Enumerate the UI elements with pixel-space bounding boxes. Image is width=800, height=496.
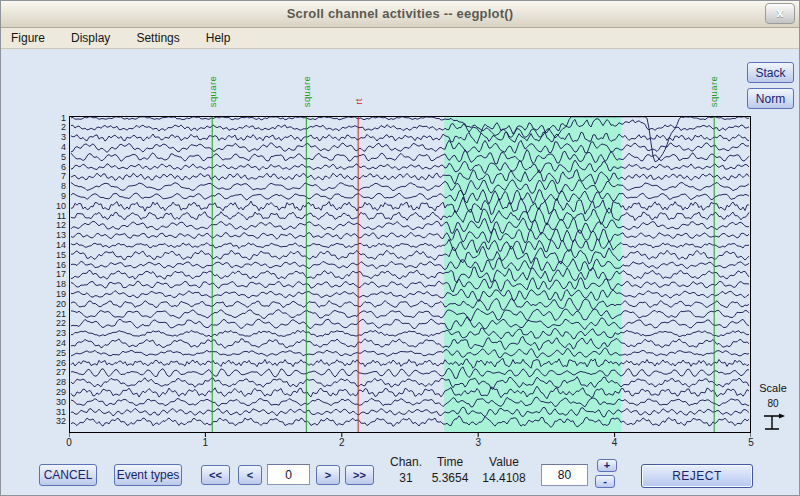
scale-plus-button[interactable]: + [597, 459, 617, 472]
plot-border [70, 117, 751, 433]
eeg-trace-ch31[interactable] [71, 407, 749, 417]
channel-label-21: 21 [35, 310, 66, 319]
position-input[interactable] [267, 464, 310, 485]
x-tick-label-5: 5 [741, 437, 761, 448]
eeg-trace-ch12[interactable] [71, 218, 749, 235]
event-label-text: rt [353, 98, 364, 105]
norm-button[interactable]: Norm [747, 88, 794, 109]
channel-label-10: 10 [35, 202, 66, 211]
menu-settings[interactable]: Settings [136, 31, 179, 45]
channel-label-3: 3 [35, 133, 66, 142]
channel-label-2: 2 [35, 123, 66, 132]
channel-axis: 1234567891011121314151617181920212223242… [35, 116, 66, 433]
scale-minus-button[interactable]: - [595, 475, 615, 488]
channel-label-23: 23 [35, 329, 66, 338]
scale-value: 80 [749, 398, 797, 409]
x-tick-label-2: 2 [332, 437, 352, 448]
eeg-plot-canvas[interactable] [69, 116, 751, 440]
eeg-trace-ch32[interactable] [71, 416, 749, 428]
event-types-button[interactable]: Event types [114, 464, 182, 486]
channel-label-6: 6 [35, 163, 66, 172]
channel-label-27: 27 [35, 368, 66, 377]
stack-button[interactable]: Stack [747, 62, 794, 83]
menu-help[interactable]: Help [206, 31, 231, 45]
eeg-trace-ch18[interactable] [71, 278, 749, 293]
channel-label-20: 20 [35, 300, 66, 309]
title-bar[interactable]: Scroll channel activities -- eegplot() x [1, 1, 799, 28]
eeg-trace-ch24[interactable] [71, 336, 749, 350]
scale-label: Scale [749, 382, 797, 394]
menu-display[interactable]: Display [71, 31, 110, 45]
eeg-trace-ch21[interactable] [71, 309, 749, 321]
channel-label-24: 24 [35, 339, 66, 348]
channel-label-4: 4 [35, 143, 66, 152]
channel-label-12: 12 [35, 221, 66, 230]
eeg-trace-ch30[interactable] [71, 397, 749, 407]
eeg-trace-ch22[interactable] [71, 317, 749, 330]
next-page-button[interactable]: >> [345, 465, 374, 485]
event-label-square-3: square [708, 69, 720, 113]
eeg-trace-ch20[interactable] [71, 298, 749, 310]
cancel-button[interactable]: CANCEL [39, 464, 97, 486]
channel-label-15: 15 [35, 251, 66, 260]
channel-label-16: 16 [35, 261, 66, 270]
menu-bar: Figure Display Settings Help [1, 28, 799, 49]
channel-label-14: 14 [35, 241, 66, 250]
eeg-trace-ch3[interactable] [71, 132, 749, 143]
eeg-trace-ch10[interactable] [71, 197, 749, 214]
next-button[interactable]: > [316, 465, 340, 485]
close-icon[interactable]: x [765, 3, 795, 24]
scale-icon [760, 411, 788, 433]
channel-label-18: 18 [35, 280, 66, 289]
scale-input[interactable] [541, 464, 588, 486]
eeg-trace-ch13[interactable] [71, 229, 749, 243]
channel-label-8: 8 [35, 182, 66, 191]
prev-page-button[interactable]: << [201, 465, 230, 485]
eeg-trace-ch7[interactable] [71, 170, 749, 185]
channel-label-17: 17 [35, 270, 66, 279]
eegplot-window: Scroll channel activities -- eegplot() x… [0, 0, 800, 496]
x-tick-label-3: 3 [468, 437, 488, 448]
eeg-trace-ch25[interactable] [71, 348, 749, 358]
channel-label-22: 22 [35, 319, 66, 328]
time-label: Time [429, 455, 471, 469]
channel-label-28: 28 [35, 378, 66, 387]
window-title: Scroll channel activities -- eegplot() [1, 6, 799, 21]
channel-label-31: 31 [35, 408, 66, 417]
chan-value: 31 [387, 471, 425, 485]
channel-label-19: 19 [35, 290, 66, 299]
prev-button[interactable]: < [238, 465, 262, 485]
menu-figure[interactable]: Figure [11, 31, 45, 45]
event-label-rt-2: rt [352, 89, 364, 113]
eeg-trace-ch28[interactable] [71, 377, 749, 390]
channel-label-1: 1 [35, 114, 66, 123]
event-label-square-1: square [300, 69, 312, 113]
event-label-text: square [207, 75, 218, 106]
channel-label-29: 29 [35, 388, 66, 397]
channel-label-5: 5 [35, 153, 66, 162]
x-tick-label-1: 1 [195, 437, 215, 448]
eeg-trace-ch8[interactable] [71, 180, 749, 195]
chan-label: Chan. [387, 455, 425, 469]
channel-label-11: 11 [35, 212, 66, 221]
x-tick-label-0: 0 [59, 437, 79, 448]
eeg-trace-ch23[interactable] [71, 328, 749, 339]
eeg-trace-ch6[interactable] [71, 160, 749, 174]
reject-button[interactable]: REJECT [641, 464, 753, 488]
event-label-text: square [709, 75, 720, 106]
time-value: 5.3654 [429, 471, 471, 485]
eeg-trace-ch17[interactable] [71, 267, 749, 283]
eeg-trace-ch16[interactable] [71, 258, 749, 272]
eeg-trace-ch15[interactable] [71, 246, 749, 264]
value-label: Value [478, 455, 530, 469]
channel-label-32: 32 [35, 417, 66, 426]
eeg-trace-ch4[interactable] [71, 140, 749, 153]
eeg-trace-ch26[interactable] [71, 358, 749, 368]
eeg-trace-ch27[interactable] [71, 367, 749, 379]
channel-label-9: 9 [35, 192, 66, 201]
eeg-trace-ch29[interactable] [71, 386, 749, 399]
eeg-trace-ch19[interactable] [71, 289, 749, 302]
channel-label-7: 7 [35, 172, 66, 181]
eeg-trace-ch5[interactable] [71, 150, 749, 165]
event-label-text: square [301, 75, 312, 106]
